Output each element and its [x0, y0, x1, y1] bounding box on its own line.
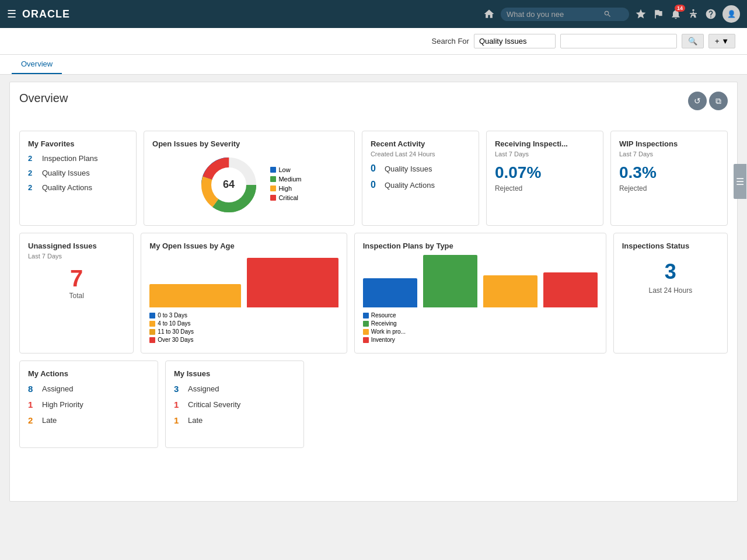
my-issues-late-item[interactable]: 1 Late — [174, 415, 295, 425]
favorites-quality-issues-label: Quality Issues — [42, 169, 90, 177]
favorites-quality-issues-item[interactable]: 2 Quality Issues — [28, 169, 128, 177]
donut-legend: Low Medium High Critical — [270, 166, 301, 204]
home-icon[interactable] — [483, 8, 495, 20]
ipt-legend-wip: Work in pro... — [371, 328, 406, 335]
flag-icon[interactable] — [652, 8, 664, 20]
receiving-inspection-percentage: 0.07% — [495, 163, 595, 182]
receiving-inspection-label: Rejected — [495, 184, 595, 192]
inspections-status-label: Last 24 Hours — [622, 286, 719, 295]
global-search-bar[interactable] — [501, 8, 629, 21]
my-issues-assigned-count: 3 — [174, 384, 183, 394]
favorites-inspection-plans-count: 2 — [28, 154, 37, 163]
my-issues-card: My Issues 3 Assigned 1 Critical Severity… — [165, 360, 304, 448]
my-issues-critical-count: 1 — [174, 400, 183, 410]
search-for-field-input[interactable] — [560, 34, 677, 48]
donut-chart: 64 — [197, 153, 261, 217]
wip-inspections-title: WIP Inspections — [619, 139, 719, 148]
age-legend-11-30: 11 to 30 Days — [158, 328, 194, 335]
wip-inspections-card: WIP Inspections Last 7 Days 0.3% Rejecte… — [610, 131, 728, 226]
my-actions-assigned-item[interactable]: 8 Assigned — [28, 384, 149, 394]
my-favorites-title: My Favorites — [28, 139, 128, 148]
recent-quality-actions-label: Quality Actions — [385, 181, 435, 190]
receiving-inspection-title: Receiving Inspecti... — [495, 139, 595, 148]
unassigned-issues-total-label: Total — [28, 292, 125, 300]
unassigned-issues-total: 7 — [28, 265, 125, 292]
global-search-input[interactable] — [507, 10, 600, 19]
open-issues-severity-title: Open Issues by Severity — [152, 139, 346, 148]
favorites-quality-actions-item[interactable]: 2 Quality Actions — [28, 183, 128, 192]
wip-inspections-label: Rejected — [619, 184, 719, 192]
my-actions-high-priority-item[interactable]: 1 High Priority — [28, 400, 149, 410]
my-issues-critical-severity-item[interactable]: 1 Critical Severity — [174, 400, 295, 410]
unassigned-issues-subtitle: Last 7 Days — [28, 253, 125, 260]
favorites-quality-actions-label: Quality Actions — [42, 183, 92, 192]
overview-toolbar: ↺ ⧉ — [688, 92, 728, 110]
ipt-legend-resource: Resource — [371, 312, 396, 318]
ipt-legend-receiving: Receiving — [371, 320, 397, 327]
add-button[interactable]: + ▼ — [708, 34, 735, 48]
my-issues-late-label: Late — [188, 416, 203, 425]
favorites-quality-actions-count: 2 — [28, 183, 37, 192]
inspection-plans-type-title: Inspection Plans by Type — [363, 242, 598, 250]
my-issues-assigned-item[interactable]: 3 Assigned — [174, 384, 295, 394]
search-execute-button[interactable]: 🔍 — [682, 34, 704, 48]
overview-panel: Overview ↺ ⧉ ☰ My Favorites 2 Inspection… — [9, 82, 738, 502]
search-for-value-input[interactable] — [474, 34, 556, 48]
recent-quality-actions-count: 0 — [371, 180, 380, 190]
open-issues-age-card: My Open Issues by Age 0 to 3 Days 4 to 1… — [141, 233, 347, 354]
inspections-status-count: 3 — [622, 260, 719, 284]
my-actions-late-count: 2 — [28, 415, 37, 425]
recent-activity-quality-actions[interactable]: 0 Quality Actions — [371, 180, 470, 190]
receiving-inspection-subtitle: Last 7 Days — [495, 150, 595, 158]
open-issues-severity-card: Open Issues by Severity — [144, 131, 355, 226]
favorites-icon[interactable] — [635, 8, 647, 20]
tab-bar: Overview — [0, 55, 747, 75]
notification-count-badge: 14 — [675, 5, 685, 12]
recent-activity-card: Recent Activity Created Last 24 Hours 0 … — [362, 131, 479, 226]
search-for-label: Search For — [432, 37, 469, 46]
recent-activity-title: Recent Activity — [371, 139, 470, 148]
ipt-bar-receiving — [423, 255, 477, 307]
age-legend-0-3: 0 to 3 Days — [158, 312, 187, 318]
age-legend-over-30: Over 30 Days — [158, 337, 193, 343]
svg-point-0 — [692, 9, 694, 11]
svg-text:64: 64 — [223, 178, 235, 190]
wip-inspections-percentage: 0.3% — [619, 163, 719, 182]
recent-activity-subtitle: Created Last 24 Hours — [371, 150, 470, 158]
top-nav: ☰ ORACLE 14 👤 — [0, 0, 747, 28]
ipt-bar-wip — [483, 275, 537, 307]
notification-bell-icon[interactable]: 14 — [670, 8, 682, 20]
favorites-inspection-plans-item[interactable]: 2 Inspection Plans — [28, 154, 128, 163]
my-issues-critical-label: Critical Severity — [188, 400, 240, 409]
age-bar-0-3 — [149, 284, 241, 307]
recent-activity-quality-issues[interactable]: 0 Quality Issues — [371, 163, 470, 174]
my-issues-title: My Issues — [174, 369, 295, 378]
my-issues-late-count: 1 — [174, 415, 183, 425]
accessibility-icon[interactable] — [687, 8, 699, 20]
ipt-bar-resource — [363, 278, 417, 307]
hamburger-menu-icon[interactable]: ☰ — [7, 8, 16, 20]
right-sidebar-toggle[interactable]: ☰ — [734, 164, 746, 199]
favorites-inspection-plans-label: Inspection Plans — [42, 154, 97, 163]
user-avatar[interactable]: 👤 — [722, 5, 740, 23]
inspections-status-card: Inspections Status 3 Last 24 Hours — [613, 233, 728, 354]
oracle-logo: ORACLE — [22, 8, 70, 20]
tab-overview[interactable]: Overview — [12, 55, 62, 74]
my-actions-card: My Actions 8 Assigned 1 High Priority 2 … — [19, 360, 158, 448]
my-actions-late-item[interactable]: 2 Late — [28, 415, 149, 425]
unassigned-issues-card: Unassigned Issues Last 7 Days 7 Total — [19, 233, 134, 354]
age-bar-legend: 0 to 3 Days 4 to 10 Days 11 to 30 Days O… — [149, 312, 338, 343]
refresh-button[interactable]: ↺ — [688, 92, 707, 110]
overview-title: Overview — [19, 92, 728, 105]
my-issues-assigned-label: Assigned — [188, 384, 219, 393]
help-icon[interactable] — [705, 8, 717, 20]
main-area: Search For 🔍 + ▼ Overview Overview ↺ ⧉ ☰… — [0, 28, 747, 560]
receiving-inspection-card: Receiving Inspecti... Last 7 Days 0.07% … — [486, 131, 603, 226]
my-actions-title: My Actions — [28, 369, 149, 378]
recent-quality-issues-count: 0 — [371, 163, 380, 174]
my-actions-high-priority-label: High Priority — [42, 400, 83, 409]
wip-inspections-subtitle: Last 7 Days — [619, 150, 719, 158]
copy-button[interactable]: ⧉ — [709, 92, 728, 110]
my-actions-high-priority-count: 1 — [28, 400, 37, 410]
inspections-status-title: Inspections Status — [622, 242, 719, 250]
